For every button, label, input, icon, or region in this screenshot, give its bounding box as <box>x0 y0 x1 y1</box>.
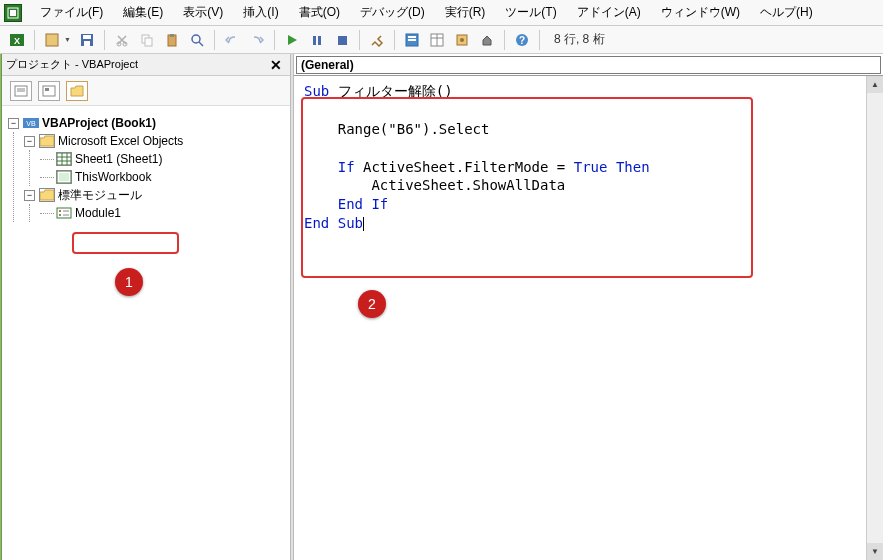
insert-button[interactable] <box>41 29 63 51</box>
panel-title-text: プロジェクト - VBAProject <box>6 57 138 72</box>
svg-rect-44 <box>57 208 71 218</box>
svg-text:X: X <box>14 36 20 46</box>
svg-rect-21 <box>408 36 416 38</box>
toolbar-separator <box>359 30 360 50</box>
stop-button[interactable] <box>331 29 353 51</box>
scroll-down-icon[interactable]: ▼ <box>867 543 883 560</box>
cut-button[interactable] <box>111 29 133 51</box>
help-button[interactable]: ? <box>511 29 533 51</box>
svg-point-45 <box>59 210 61 212</box>
toolbar: X ▼ ? 8 行, 8 桁 <box>0 26 883 54</box>
svg-rect-4 <box>46 34 58 46</box>
pause-button[interactable] <box>306 29 328 51</box>
module1-label: Module1 <box>75 206 121 220</box>
svg-rect-11 <box>145 38 152 46</box>
svg-rect-13 <box>170 34 174 37</box>
svg-rect-6 <box>83 35 91 39</box>
object-combo[interactable]: (General) <box>296 56 881 74</box>
folder-icon <box>39 188 55 202</box>
menu-help[interactable]: ヘルプ(H) <box>750 0 823 25</box>
svg-rect-1 <box>10 10 16 16</box>
close-icon[interactable]: ✕ <box>266 57 286 73</box>
menu-format[interactable]: 書式(O) <box>289 0 350 25</box>
view-object-button[interactable] <box>38 81 60 101</box>
toolbar-separator <box>539 30 540 50</box>
toolbar-separator <box>214 30 215 50</box>
toolbar-separator <box>34 30 35 50</box>
run-button[interactable] <box>281 29 303 51</box>
svg-rect-19 <box>338 36 347 45</box>
chevron-down-icon[interactable]: ▼ <box>64 36 73 43</box>
tree-connector <box>40 159 54 160</box>
worksheet-icon <box>56 152 72 166</box>
project-explorer-button[interactable] <box>401 29 423 51</box>
vba-app-icon <box>4 4 22 22</box>
scroll-up-icon[interactable]: ▲ <box>867 76 883 93</box>
find-button[interactable] <box>186 29 208 51</box>
menu-view[interactable]: 表示(V) <box>173 0 233 25</box>
toggle-folders-button[interactable] <box>66 81 88 101</box>
properties-button[interactable] <box>426 29 448 51</box>
menu-window[interactable]: ウィンドウ(W) <box>651 0 750 25</box>
menu-debug[interactable]: デバッグ(D) <box>350 0 435 25</box>
thisworkbook-label: ThisWorkbook <box>75 170 151 184</box>
collapse-icon[interactable]: − <box>24 190 35 201</box>
svg-rect-18 <box>318 36 321 45</box>
svg-rect-34 <box>45 88 49 91</box>
menu-insert[interactable]: 挿入(I) <box>233 0 288 25</box>
svg-point-14 <box>192 35 200 43</box>
menu-addins[interactable]: アドイン(A) <box>567 0 651 25</box>
annotation-callout-1: 1 <box>115 268 143 296</box>
copy-button[interactable] <box>136 29 158 51</box>
vba-project-icon: VB <box>23 116 39 130</box>
toolbar-separator <box>504 30 505 50</box>
toolbar-separator <box>104 30 105 50</box>
toolbar-separator <box>394 30 395 50</box>
svg-marker-16 <box>288 35 297 45</box>
object-browser-button[interactable] <box>451 29 473 51</box>
annotation-box-2 <box>301 97 753 278</box>
collapse-icon[interactable]: − <box>8 118 19 129</box>
menu-edit[interactable]: 編集(E) <box>113 0 173 25</box>
svg-text:?: ? <box>519 35 525 46</box>
menu-file[interactable]: ファイル(F) <box>30 0 113 25</box>
tree-connector <box>40 177 54 178</box>
redo-button[interactable] <box>246 29 268 51</box>
svg-point-46 <box>59 214 61 216</box>
workbook-icon <box>56 170 72 184</box>
excel-button[interactable]: X <box>6 29 28 51</box>
tree-excel-objects[interactable]: − Microsoft Excel Objects <box>24 132 284 150</box>
toolbox-button[interactable] <box>476 29 498 51</box>
svg-point-27 <box>460 38 464 42</box>
sheet1-label: Sheet1 (Sheet1) <box>75 152 162 166</box>
object-combo-value: (General) <box>301 58 354 72</box>
svg-text:VB: VB <box>26 120 36 127</box>
svg-rect-17 <box>313 36 316 45</box>
design-mode-button[interactable] <box>366 29 388 51</box>
view-code-button[interactable] <box>10 81 32 101</box>
excel-objects-label: Microsoft Excel Objects <box>58 134 183 148</box>
tree-root[interactable]: − VB VBAProject (Book1) <box>8 114 284 132</box>
panel-titlebar: プロジェクト - VBAProject ✕ <box>2 54 290 76</box>
vertical-scrollbar[interactable]: ▲ ▼ <box>866 76 883 560</box>
annotation-box-1 <box>72 232 179 254</box>
project-explorer-panel: プロジェクト - VBAProject ✕ − VB VBAProject (B… <box>2 54 290 560</box>
menu-run[interactable]: 実行(R) <box>435 0 496 25</box>
std-modules-label: 標準モジュール <box>58 187 142 204</box>
tree-module1[interactable]: Module1 <box>40 204 284 222</box>
undo-button[interactable] <box>221 29 243 51</box>
tree-connector <box>40 213 54 214</box>
svg-rect-43 <box>59 173 69 181</box>
cursor-position: 8 行, 8 桁 <box>554 31 605 48</box>
menu-tools[interactable]: ツール(T) <box>495 0 566 25</box>
tree-sheet1[interactable]: Sheet1 (Sheet1) <box>40 150 284 168</box>
tree-std-modules[interactable]: − 標準モジュール <box>24 186 284 204</box>
tree-thisworkbook[interactable]: ThisWorkbook <box>40 168 284 186</box>
project-tree: − VB VBAProject (Book1) − Microsoft Exce… <box>2 106 290 560</box>
paste-button[interactable] <box>161 29 183 51</box>
collapse-icon[interactable]: − <box>24 136 35 147</box>
panel-toolbar <box>2 76 290 106</box>
module-icon <box>56 206 72 220</box>
save-button[interactable] <box>76 29 98 51</box>
toolbar-separator <box>274 30 275 50</box>
